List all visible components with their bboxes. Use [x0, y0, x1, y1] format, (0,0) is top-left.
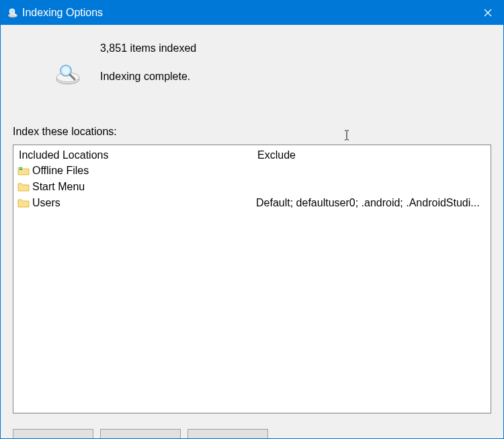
button-stub[interactable]	[187, 429, 268, 438]
index-locations-label: Index these locations:	[13, 126, 491, 138]
button-stub[interactable]	[13, 429, 93, 438]
list-item-label: Users	[32, 197, 60, 209]
svg-point-10	[19, 167, 23, 171]
folder-icon	[17, 198, 30, 208]
items-indexed-count: 3,851 items indexed	[100, 42, 196, 54]
indexing-state: Indexing complete.	[100, 71, 196, 83]
svg-point-1	[9, 9, 15, 14]
locations-listbox[interactable]: Included Locations Offline Files	[13, 145, 491, 413]
list-item[interactable]: Users	[17, 195, 248, 211]
list-item[interactable]: Start Menu	[17, 179, 248, 195]
list-item-label: Start Menu	[32, 181, 85, 193]
folder-icon	[17, 182, 30, 192]
bottom-button-row	[13, 429, 491, 438]
exclude-header: Exclude	[256, 148, 487, 163]
indexing-app-icon	[6, 6, 19, 19]
titlebar: Indexing Options	[1, 1, 503, 25]
close-button[interactable]	[472, 1, 503, 25]
svg-point-8	[62, 67, 69, 74]
included-locations-header: Included Locations	[17, 148, 248, 163]
exclude-value	[256, 179, 487, 195]
list-item-label: Offline Files	[32, 165, 89, 177]
exclude-value: Default; defaultuser0; .android; .Androi…	[256, 195, 487, 211]
exclude-value	[256, 163, 487, 179]
button-stub[interactable]	[100, 429, 181, 438]
indexing-status-icon	[13, 38, 87, 87]
window-title: Indexing Options	[19, 7, 472, 19]
offline-files-folder-icon	[17, 165, 30, 176]
list-item[interactable]: Offline Files	[17, 163, 248, 179]
